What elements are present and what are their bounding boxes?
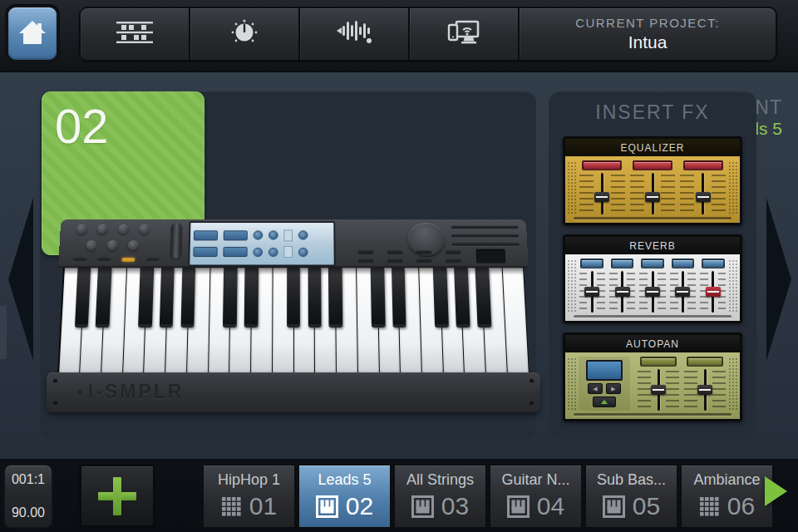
fx-slider-knob[interactable] xyxy=(584,287,599,297)
fx-slider-knob[interactable] xyxy=(594,192,609,202)
track-number: 02 xyxy=(346,492,373,520)
fx-groove xyxy=(574,315,732,318)
fx-unit-body: ◀ ▶ xyxy=(565,352,740,419)
fx-unit-title: EQUALIZER xyxy=(565,139,740,156)
mixer-tab[interactable] xyxy=(190,8,300,60)
prev-bank-arrow[interactable] xyxy=(3,196,35,366)
fx-channel-button[interactable] xyxy=(702,259,725,268)
fx-channel-slider[interactable] xyxy=(683,369,727,411)
keyboard-lcd-screen xyxy=(188,221,335,266)
fx-groove xyxy=(574,413,732,416)
current-project[interactable]: CURRENT PROJECT: Intua xyxy=(520,8,776,60)
fx-prev-button[interactable]: ◀ xyxy=(588,383,603,394)
track-number: 05 xyxy=(633,492,660,520)
fx-channel-button[interactable] xyxy=(582,160,622,170)
fx-unit-body: ◀ ▶ xyxy=(565,254,740,321)
track-number: 03 xyxy=(441,492,469,520)
fx-channel-slider[interactable] xyxy=(679,173,727,214)
track-tab[interactable]: Ambiance 06 xyxy=(680,464,774,529)
fx-channel-button[interactable] xyxy=(641,259,664,268)
pads-icon xyxy=(221,496,242,517)
fx-channel-button[interactable] xyxy=(683,160,723,170)
track-tab[interactable]: Sub Bas... 05 xyxy=(584,464,678,529)
sequencer-tab[interactable] xyxy=(81,8,190,60)
home-icon xyxy=(18,19,47,49)
track-name: HipHop 1 xyxy=(218,471,280,489)
fx-channel-slider[interactable] xyxy=(637,369,680,411)
fx-channel xyxy=(637,357,680,411)
fx-channel-button[interactable] xyxy=(687,357,723,367)
waveform-icon xyxy=(335,20,373,48)
top-bar: CURRENT PROJECT: Intua xyxy=(0,0,798,72)
insert-fx-units: EQUALIZER ◀ ▶ xyxy=(563,136,742,421)
pad-number: 02 xyxy=(55,98,204,154)
fx-channel-slider[interactable] xyxy=(639,271,666,313)
main-toolbar: CURRENT PROJECT: Intua xyxy=(79,7,777,62)
fx-channel-slider[interactable] xyxy=(608,271,635,313)
fx-channel xyxy=(608,259,635,313)
track-name: All Strings xyxy=(406,471,474,489)
next-bank-arrow[interactable] xyxy=(765,196,796,366)
fx-slider-knob[interactable] xyxy=(675,287,690,297)
fx-slider-knob[interactable] xyxy=(696,192,711,202)
fx-channel-slider[interactable] xyxy=(669,271,696,313)
play-button[interactable] xyxy=(765,476,787,506)
pads-icon xyxy=(699,496,720,517)
keyboard-control-panel xyxy=(58,219,529,268)
track-tab[interactable]: All Strings 03 xyxy=(393,464,487,529)
fx-next-button[interactable]: ▶ xyxy=(606,383,621,394)
track-number: 06 xyxy=(727,492,755,520)
fx-slider-knob[interactable] xyxy=(615,287,630,297)
fx-screen-block: ◀ ▶ xyxy=(579,357,630,411)
track-name: Leads 5 xyxy=(318,471,371,489)
fx-channel-slider[interactable] xyxy=(629,173,677,214)
home-button[interactable] xyxy=(5,4,60,63)
insert-fx-panel: INSERT FX EQUALIZER ◀ ▶ xyxy=(549,91,756,439)
fx-slider-knob[interactable] xyxy=(706,287,721,297)
fx-channel-button[interactable] xyxy=(580,259,603,268)
fx-slider-knob[interactable] xyxy=(697,385,712,395)
insert-fx-title: INSERT FX xyxy=(549,101,756,124)
adjacent-pad-edge xyxy=(0,306,7,359)
keyboard-instrument-image[interactable]: I-SMPLR xyxy=(52,213,534,412)
keyboard-front-panel: I-SMPLR xyxy=(47,372,540,412)
track-tab[interactable]: HipHop 1 01 xyxy=(202,464,296,529)
fx-channel xyxy=(679,160,727,214)
fx-unit[interactable]: AUTOPAN ◀ ▶ xyxy=(563,332,742,421)
keyboard-brand-label: I-SMPLR xyxy=(76,381,184,403)
fx-unit-body: ◀ ▶ xyxy=(565,156,740,223)
keys-icon xyxy=(316,495,338,518)
current-project-label: CURRENT PROJECT: xyxy=(575,16,720,30)
devices-tab[interactable] xyxy=(410,8,520,60)
track-tabs: HipHop 1 01 Leads 5 xyxy=(202,464,776,529)
track-number: 04 xyxy=(537,492,564,520)
fx-slider-knob[interactable] xyxy=(645,287,660,297)
song-position: 001:1 xyxy=(10,472,47,487)
track-tab[interactable]: Leads 5 02 xyxy=(298,464,392,529)
fx-slider-knob[interactable] xyxy=(645,192,660,202)
waveform-tab[interactable] xyxy=(300,8,410,60)
fx-channel-button[interactable] xyxy=(633,160,672,170)
transport-display[interactable]: 001:1 90.00 xyxy=(3,464,53,529)
fx-channel-button[interactable] xyxy=(672,259,695,268)
fx-channel xyxy=(579,160,626,214)
fx-enable-button[interactable] xyxy=(593,397,616,407)
fx-channel-slider[interactable] xyxy=(700,271,727,313)
sequencer-icon xyxy=(116,21,154,47)
keyboard-keys xyxy=(57,268,530,376)
add-track-button[interactable] xyxy=(79,464,155,528)
fx-groove xyxy=(574,217,732,219)
fx-slider-knob[interactable] xyxy=(651,385,666,395)
tempo-value: 90.00 xyxy=(10,505,47,520)
track-name: Sub Bas... xyxy=(597,471,666,489)
fx-unit[interactable]: EQUALIZER ◀ ▶ xyxy=(563,136,742,225)
keys-icon xyxy=(507,495,530,518)
keys-icon xyxy=(411,495,434,518)
fx-channel-button[interactable] xyxy=(640,357,677,367)
fx-channel-slider[interactable] xyxy=(579,271,605,313)
fx-channel-button[interactable] xyxy=(611,259,634,268)
fx-unit-title: AUTOPAN xyxy=(565,335,740,352)
fx-unit[interactable]: REVERB ◀ ▶ xyxy=(563,234,742,323)
fx-channel-slider[interactable] xyxy=(579,173,626,214)
track-tab[interactable]: Guitar N... 04 xyxy=(489,464,583,529)
